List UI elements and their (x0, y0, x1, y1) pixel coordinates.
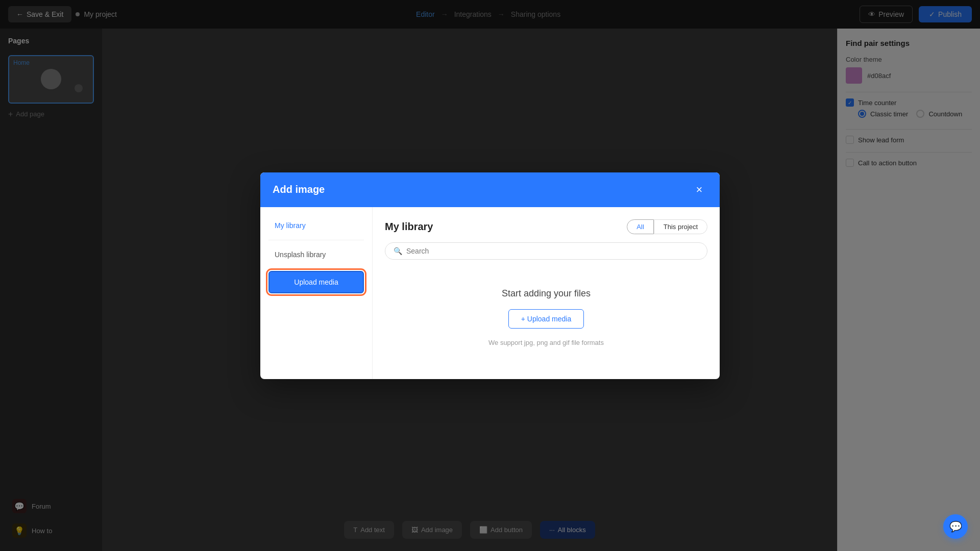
modal-sidebar: My library Unsplash library Upload media (260, 207, 373, 379)
modal-header: Add image × (260, 172, 720, 207)
empty-state-hint: We support jpg, png and gif file formats (488, 339, 604, 346)
search-input[interactable] (406, 247, 699, 255)
chat-bubble-button[interactable]: 💬 (943, 514, 968, 539)
search-icon: 🔍 (394, 247, 402, 255)
empty-state-title: Start adding your files (502, 288, 591, 299)
modal-nav-my-library[interactable]: My library (268, 217, 364, 234)
upload-media-sidebar-button[interactable]: Upload media (268, 271, 364, 293)
modal-content-header: My library All This project (385, 219, 707, 234)
empty-state: Start adding your files + Upload media W… (385, 268, 707, 367)
modal-content-title: My library (385, 221, 433, 233)
modal-overlay: Add image × My library Unsplash library … (0, 0, 980, 551)
modal-body: My library Unsplash library Upload media… (260, 207, 720, 379)
modal-sidebar-divider (268, 240, 364, 240)
filter-this-project-tab[interactable]: This project (654, 219, 707, 234)
chat-bubble-icon: 💬 (949, 520, 962, 533)
modal-nav-unsplash[interactable]: Unsplash library (268, 246, 364, 263)
modal-title: Add image (273, 184, 325, 195)
upload-media-center-button[interactable]: + Upload media (508, 309, 584, 329)
search-bar: 🔍 (385, 242, 707, 260)
filter-all-tab[interactable]: All (627, 219, 653, 234)
modal-content-area: My library All This project 🔍 Start addi… (373, 207, 720, 379)
modal-close-button[interactable]: × (691, 182, 707, 198)
add-image-modal: Add image × My library Unsplash library … (260, 172, 720, 379)
filter-tabs: All This project (627, 219, 707, 234)
